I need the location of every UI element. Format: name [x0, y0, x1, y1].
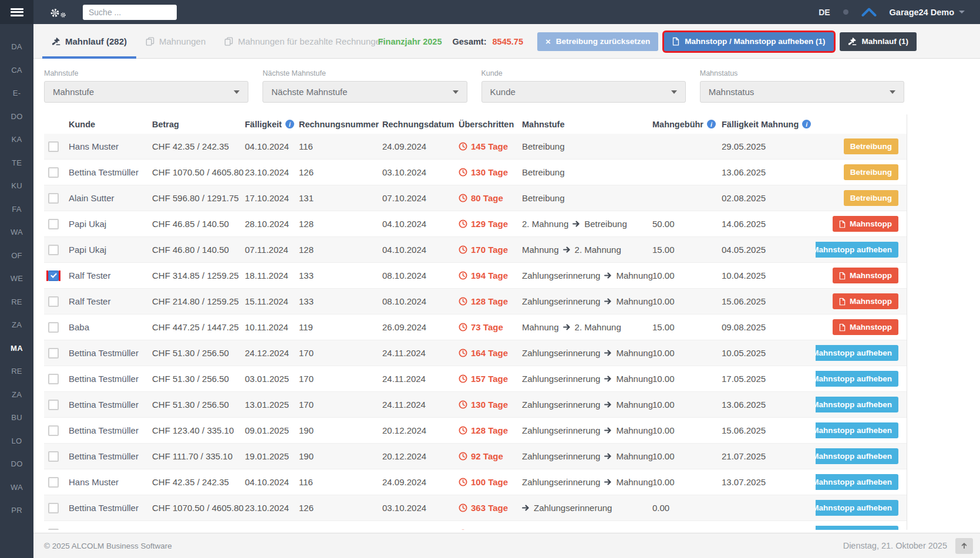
sidebar-item-bu[interactable]: BU [0, 406, 33, 430]
cell-mahngebuehr: 15.00 [652, 245, 722, 255]
cell-rechnungsnummer: 170 [299, 348, 382, 358]
status-badge-mahnstopp[interactable]: Mahnstopp [833, 319, 898, 335]
sidebar-item-da[interactable]: DA [0, 35, 33, 59]
sidebar-item-lo[interactable]: LO [0, 430, 33, 453]
tab-mahnlauf[interactable]: Mahnlauf (282) [42, 24, 136, 58]
row-checkbox[interactable] [48, 219, 59, 229]
chevron-down-icon [959, 11, 965, 13]
cell-checkbox [44, 400, 69, 410]
sidebar-item-e-[interactable]: E- [0, 82, 33, 105]
sidebar-item-re[interactable]: RE [0, 290, 33, 314]
cogs-icon[interactable] [50, 6, 66, 18]
search-input[interactable] [83, 5, 177, 20]
sidebar-item-ca[interactable]: CA [0, 59, 33, 82]
sidebar-item-of[interactable]: OF [0, 244, 33, 268]
row-checkbox[interactable] [48, 296, 59, 307]
row-checkbox[interactable] [48, 348, 59, 359]
clock-icon [459, 219, 467, 228]
status-badge-aufheben[interactable]: Mahnstopp aufheben [816, 371, 898, 387]
info-icon[interactable]: i [285, 120, 294, 128]
status-badge-betreibung[interactable]: Betreibung [844, 138, 898, 154]
sidebar-item-ma[interactable]: MA [0, 337, 33, 360]
sidebar-item-re[interactable]: RE [0, 360, 33, 383]
sidebar-item-ku[interactable]: KU [0, 174, 33, 198]
cell-rechnungsdatum: 24.11.2024 [382, 348, 459, 358]
status-badge-aufheben[interactable]: Mahnstopp aufheben [816, 397, 898, 412]
cell-faelligkeit-mahnung: 10.04.2025 [722, 270, 816, 280]
row-checkbox[interactable] [48, 141, 59, 152]
cell-rechnungsnummer: 126 [299, 167, 382, 177]
filter-select-mahnstufe[interactable]: Mahnstufe [44, 81, 248, 103]
status-badge-mahnstopp[interactable]: Mahnstopp [833, 293, 898, 309]
arrow-right-icon [604, 452, 612, 460]
sidebar-item-do[interactable]: DO [0, 452, 33, 476]
status-badge-aufheben[interactable]: Mahnstopp aufheben [816, 242, 898, 258]
status-badge-aufheben[interactable]: Mahnstopp aufheben [816, 474, 898, 490]
cell-mahngebuehr: 10.00 [652, 296, 722, 306]
status-badge-betreibung[interactable]: Betreibung [844, 164, 898, 180]
cell-faelligkeit: 02.11.2024 [245, 529, 299, 530]
row-checkbox[interactable] [48, 193, 59, 204]
sidebar-item-te[interactable]: TE [0, 151, 33, 175]
filter-select-kunde[interactable]: Kunde [481, 81, 686, 103]
filter-select-nächste-mahnstufe[interactable]: Nächste Mahnstufe [262, 81, 467, 103]
scroll-to-top-button[interactable] [955, 538, 973, 554]
tab-mahnungen[interactable]: Mahnungen [136, 24, 215, 58]
status-badge-aufheben[interactable]: Mahnstopp aufheben [816, 500, 898, 516]
account-menu[interactable]: Garage24 Demo [890, 8, 965, 17]
cell-ueberschritten: 80 Tage [459, 193, 522, 203]
status-badge-aufheben[interactable]: Mahnstopp aufheben [816, 526, 898, 530]
cell-status: Mahnstopp [816, 319, 907, 335]
tab-mahnungen-bezahlt[interactable]: Mahnungen für bezahlte Rechnungen [215, 24, 395, 58]
cell-mahngebuehr: 10.00 [652, 425, 722, 435]
gavel-icon [52, 37, 60, 46]
sidebar-item-fa[interactable]: FA [0, 198, 33, 221]
sidebar-item-za[interactable]: ZA [0, 313, 33, 337]
row-checkbox[interactable] [48, 477, 59, 488]
status-badge-aufheben[interactable]: Mahnstopp aufheben [816, 345, 898, 361]
cell-faelligkeit-mahnung: 21.07.2025 [722, 451, 816, 461]
row-checkbox[interactable] [48, 503, 59, 513]
filter-select-mahnstatus[interactable]: Mahnstatus [700, 81, 904, 103]
sidebar-item-pr[interactable]: PR [0, 499, 33, 522]
checkbox-wrap [48, 374, 59, 384]
cell-betrag: CHF 51.30 / 256.50 [152, 374, 245, 384]
row-checkbox[interactable] [48, 374, 59, 384]
sidebar-item-ka[interactable]: KA [0, 128, 33, 151]
sidebar-item-do[interactable]: DO [0, 105, 33, 128]
mahnlauf-button[interactable]: Mahnlauf (1) [840, 32, 917, 51]
row-checkbox[interactable] [48, 451, 59, 462]
table-row: Bettina TestmüllerCHF 111.70 / 335.1019.… [44, 444, 907, 469]
status-badge-aufheben[interactable]: Mahnstopp aufheben [816, 448, 898, 464]
info-icon[interactable]: i [707, 120, 716, 128]
sidebar-item-wa[interactable]: WA [0, 221, 33, 244]
cell-betrag: CHF 111.70 / 335.10 [152, 451, 245, 461]
row-checkbox[interactable] [48, 270, 59, 281]
row-checkbox[interactable] [48, 167, 59, 178]
gavel-icon [52, 37, 60, 46]
sidebar-item-wa[interactable]: WA [0, 476, 33, 499]
table-row: Alain SutterCHF 596.80 / 1291.7517.10.20… [44, 185, 907, 211]
info-icon[interactable]: i [802, 120, 811, 128]
cell-rechnungsnummer: 190 [299, 451, 382, 461]
cell-rechnungsdatum: 08.10.2024 [382, 296, 459, 306]
row-checkbox[interactable] [48, 425, 59, 436]
status-badge-mahnstopp[interactable]: Mahnstopp [833, 268, 898, 283]
hamburger-menu-button[interactable] [0, 0, 33, 24]
row-checkbox[interactable] [48, 529, 59, 530]
sidebar-item-za[interactable]: ZA [0, 383, 33, 407]
notification-dot-icon[interactable] [843, 9, 848, 15]
mahnstopp-toggle-button[interactable]: Mahnstopp / Mahnstopp aufheben (1) [664, 32, 833, 51]
row-checkbox[interactable] [48, 322, 59, 333]
reset-betreibung-button[interactable]: × Betreibung zurücksetzen [537, 32, 658, 51]
status-badge-betreibung[interactable]: Betreibung [844, 190, 898, 206]
row-checkbox[interactable] [48, 400, 59, 410]
status-badge-aufheben[interactable]: Mahnstopp aufheben [816, 422, 898, 438]
row-checkbox[interactable] [48, 245, 59, 255]
sidebar-item-we[interactable]: WE [0, 267, 33, 290]
language-switch[interactable]: DE [819, 8, 830, 17]
copy-icon [146, 37, 154, 46]
cell-status: Mahnstopp aufheben [816, 345, 907, 361]
table-row: BabaCHF 447.25 / 1447.2510.11.202411926.… [44, 314, 907, 340]
status-badge-mahnstopp[interactable]: Mahnstopp [833, 216, 898, 232]
